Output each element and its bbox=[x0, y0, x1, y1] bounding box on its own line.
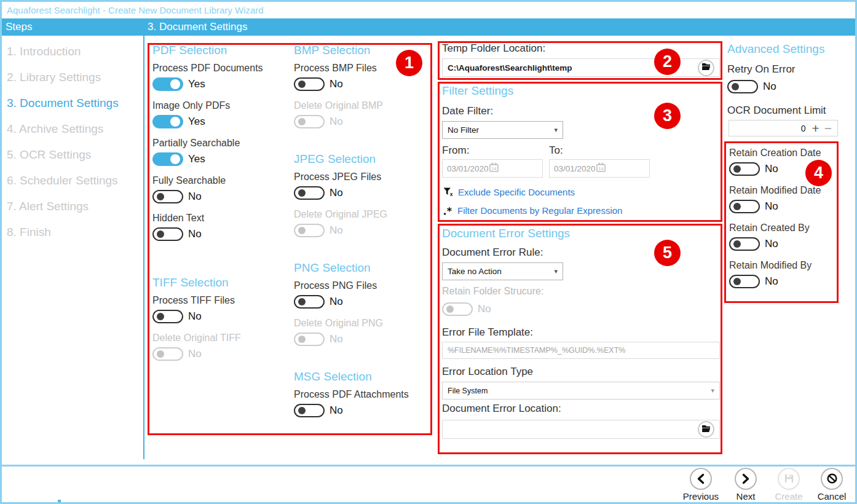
error-location-type-dropdown[interactable]: File System ▾ bbox=[442, 382, 720, 400]
from-date-value: 03/01/2020 bbox=[447, 164, 489, 173]
create-button: Create bbox=[773, 468, 805, 502]
toggle-switch[interactable] bbox=[294, 77, 325, 91]
toggle-switch[interactable] bbox=[729, 237, 760, 251]
button-label: Previous bbox=[683, 491, 719, 502]
date-filter-value: No Filter bbox=[448, 125, 479, 135]
link-label: Filter Documents by Regular Expression bbox=[457, 205, 622, 216]
window-edge-artifact bbox=[58, 500, 61, 502]
wizard-footer: PreviousNextCreateCancel bbox=[2, 465, 855, 502]
toggle-value: No bbox=[188, 348, 202, 360]
save-icon bbox=[778, 468, 800, 490]
toggle-switch[interactable] bbox=[152, 190, 183, 203]
toggle-knob bbox=[446, 305, 454, 313]
annotation-badge-3: 3 bbox=[654, 103, 681, 129]
calendar-icon: 14 bbox=[596, 162, 606, 175]
toggle-value: No bbox=[330, 78, 343, 90]
toggle-label: Process PDF Documents bbox=[152, 63, 291, 74]
ocr-document-limit-stepper[interactable]: 0 + − bbox=[729, 120, 838, 136]
advanced-settings-heading: Advanced Settings bbox=[727, 42, 824, 56]
toggle-label: Image Only PDFs bbox=[152, 100, 291, 111]
toggle-switch[interactable] bbox=[729, 162, 760, 176]
toggle-label: Process BMP Files bbox=[294, 63, 432, 74]
retry-on-error-value: No bbox=[763, 81, 776, 93]
document-error-location-label: Document Error Location: bbox=[442, 403, 561, 415]
document-error-rule-value: Take no Action bbox=[448, 267, 502, 276]
toggle-label: Fully Searchable bbox=[152, 175, 291, 186]
document-error-settings-heading: Document Error Settings bbox=[442, 227, 570, 240]
error-file-template-value: %FILENAME%%TIMESTAMP%_%GUID%.%EXT% bbox=[448, 346, 625, 355]
date-filter-dropdown[interactable]: No Filter ▾ bbox=[442, 121, 563, 139]
toggle-switch[interactable] bbox=[729, 200, 760, 213]
browse-error-location-button[interactable] bbox=[698, 421, 714, 438]
toggle-switch[interactable] bbox=[152, 152, 183, 166]
next-button[interactable]: Next bbox=[730, 468, 762, 502]
toggle-label: Partially Searchable bbox=[152, 138, 291, 149]
toggle-label: Retain Created By bbox=[729, 222, 840, 234]
toggle-switch[interactable] bbox=[294, 186, 325, 200]
toggle-row: No bbox=[152, 190, 291, 203]
toggle-row: No bbox=[294, 77, 432, 91]
annotation-badge-5: 5 bbox=[654, 240, 681, 266]
toggle-value: No bbox=[188, 191, 202, 203]
toggle-value: No bbox=[765, 200, 778, 213]
section-heading: JPEG Selection bbox=[294, 152, 432, 166]
toggle-knob bbox=[733, 165, 741, 173]
toggle-value: No bbox=[765, 238, 778, 250]
toggle-knob bbox=[157, 230, 164, 238]
toggle-knob bbox=[733, 240, 741, 248]
toggle-row: Yes bbox=[152, 115, 291, 128]
toggle-switch[interactable] bbox=[729, 275, 760, 288]
decrement-button[interactable]: − bbox=[824, 123, 832, 134]
cancel-button[interactable]: Cancel bbox=[816, 468, 848, 502]
toggle-value: Yes bbox=[188, 78, 205, 90]
toggle-switch[interactable] bbox=[152, 310, 183, 323]
to-date-input[interactable]: 03/01/2020 14 bbox=[549, 159, 650, 178]
toggle-switch[interactable] bbox=[152, 115, 183, 128]
retain-folder-structure-toggle bbox=[442, 302, 473, 316]
chevron-down-icon: ▾ bbox=[554, 126, 558, 134]
toggle-switch bbox=[294, 333, 325, 346]
toggle-value: No bbox=[188, 228, 202, 240]
toggle-value: No bbox=[330, 404, 343, 417]
toggle-value: No bbox=[188, 310, 202, 323]
browse-folder-button[interactable] bbox=[698, 60, 714, 76]
increment-button[interactable]: + bbox=[812, 122, 819, 135]
svg-text:x: x bbox=[450, 191, 453, 197]
from-date-input[interactable]: 03/01/2020 14 bbox=[442, 159, 543, 178]
temp-folder-value: C:\Aquaforest\Searchlight\temp bbox=[448, 63, 572, 73]
toggle-row: Yes bbox=[152, 77, 291, 91]
exclude-specific-documents-link[interactable]: x Exclude Specific Documents bbox=[443, 187, 575, 197]
to-date-value: 03/01/2020 bbox=[554, 164, 596, 173]
toggle-value: No bbox=[330, 296, 343, 308]
retry-on-error-toggle[interactable] bbox=[727, 80, 758, 93]
toggle-switch bbox=[152, 347, 183, 361]
toggle-knob bbox=[733, 203, 741, 210]
chevron-down-icon: ▾ bbox=[554, 267, 558, 275]
toggle-row: No bbox=[294, 404, 432, 417]
filter-by-regex-link[interactable]: * Filter Documents by Regular Expression bbox=[443, 205, 622, 216]
png-selection-group: PNG SelectionProcess PNG FilesNoDelete O… bbox=[294, 261, 432, 355]
toggle-row: No bbox=[294, 186, 432, 200]
button-label: Next bbox=[737, 491, 756, 502]
temp-folder-input[interactable]: C:\Aquaforest\Searchlight\temp bbox=[442, 58, 720, 77]
svg-text:14: 14 bbox=[598, 166, 603, 171]
date-filter-label: Date Filter: bbox=[442, 105, 493, 117]
toggle-row: No bbox=[152, 310, 291, 323]
previous-button[interactable]: Previous bbox=[683, 468, 719, 502]
toggle-switch[interactable] bbox=[294, 404, 325, 417]
retain-folder-structure-value: No bbox=[478, 303, 491, 315]
retain-folder-structure-row: No bbox=[442, 302, 491, 316]
toggle-label: Retain Modified Date bbox=[729, 185, 840, 196]
toggle-switch[interactable] bbox=[152, 227, 183, 241]
toggle-switch[interactable] bbox=[294, 295, 325, 309]
document-error-rule-dropdown[interactable]: Take no Action ▾ bbox=[442, 262, 563, 280]
toggle-switch[interactable] bbox=[152, 77, 183, 91]
toggle-label: Delete Original JPEG bbox=[294, 209, 432, 220]
document-error-location-input[interactable] bbox=[442, 420, 720, 439]
toggle-label: Delete Original BMP bbox=[294, 100, 432, 111]
jpeg-selection-group: JPEG SelectionProcess JPEG FilesNoDelete… bbox=[294, 152, 432, 246]
ocr-document-limit-value: 0 bbox=[801, 124, 806, 133]
error-file-template-input[interactable]: %FILENAME%%TIMESTAMP%_%GUID%.%EXT% bbox=[442, 342, 720, 359]
toggle-row: No bbox=[729, 237, 840, 251]
section-heading: PNG Selection bbox=[294, 261, 432, 275]
